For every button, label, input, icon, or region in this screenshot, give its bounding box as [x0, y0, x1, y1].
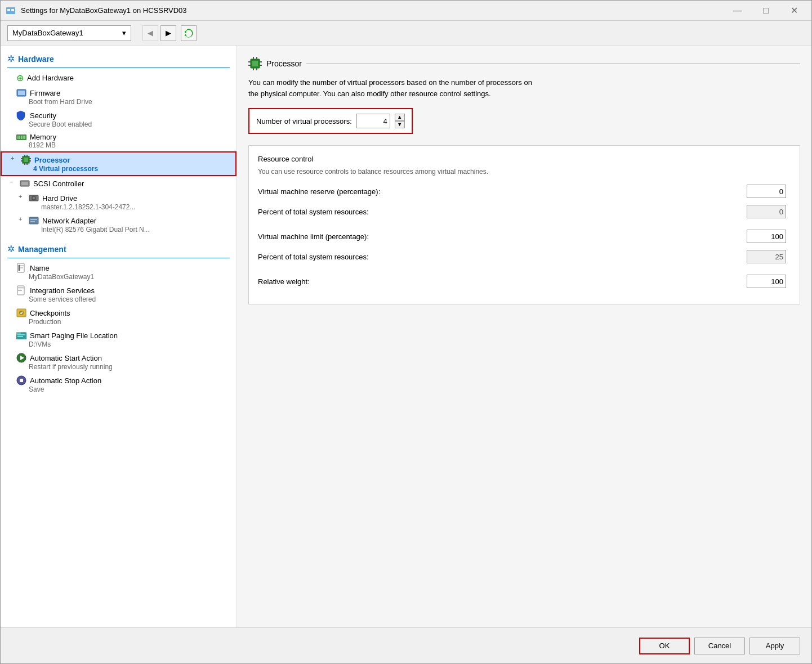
bottom-bar: OK Cancel Apply — [1, 627, 811, 663]
hardware-section-label: Hardware — [18, 55, 54, 64]
sidebar-item-scsi[interactable]: − SCSI Controller — [1, 176, 237, 191]
sidebar-item-autostart[interactable]: Automatic Start Action Restart if previo… — [1, 351, 237, 373]
svg-rect-7 — [19, 136, 20, 139]
resource-control-box: Resource control You can use resource co… — [248, 145, 800, 304]
memory-subtitle: 8192 MB — [16, 141, 230, 149]
minimize-button[interactable]: — — [725, 2, 751, 20]
svg-rect-53 — [248, 61, 251, 62]
ok-button[interactable]: OK — [639, 638, 690, 654]
resource-input-3 — [747, 250, 786, 263]
scsi-expand-icon[interactable]: − — [10, 178, 17, 185]
processor-count-stepper: ▲ ▼ — [395, 114, 405, 128]
sidebar-item-name[interactable]: Name MyDataBoxGateway1 — [1, 261, 237, 283]
svg-rect-18 — [21, 160, 23, 161]
sidebar-item-autostop[interactable]: Automatic Stop Action Save — [1, 373, 237, 396]
nav-forward-button[interactable]: ▶ — [160, 25, 176, 41]
hardware-divider — [7, 68, 230, 68]
resource-input-4[interactable] — [747, 275, 786, 288]
smartpaging-icon — [16, 330, 26, 340]
dropdown-arrow-icon: ▾ — [122, 29, 126, 37]
refresh-icon — [184, 29, 193, 38]
sidebar-item-harddrive[interactable]: + Hard Drive master.1.2.18252.1-304-2472… — [1, 191, 237, 213]
firmware-icon — [16, 88, 26, 98]
sidebar-item-checkpoints[interactable]: Checkpoints Production — [1, 306, 237, 328]
resource-control-title: Resource control — [258, 155, 791, 163]
refresh-button[interactable] — [181, 25, 197, 41]
panel-description: You can modify the number of virtual pro… — [248, 77, 800, 99]
smartpaging-subtitle: D:\VMs — [16, 340, 230, 348]
harddrive-expand-icon[interactable]: + — [19, 193, 26, 200]
network-subtitle: Intel(R) 82576 Gigabit Dual Port N... — [29, 226, 230, 234]
harddrive-icon — [29, 193, 39, 203]
cancel-button[interactable]: Cancel — [694, 638, 745, 654]
svg-rect-51 — [253, 68, 254, 70]
resource-input-2[interactable] — [747, 230, 786, 243]
sidebar-item-network[interactable]: + Network Adapter Intel(R) 82576 Gigabit… — [1, 213, 237, 236]
svg-rect-9 — [23, 136, 24, 139]
settings-window: Settings for MyDataBoxGateway1 on HCSSRV… — [0, 0, 812, 664]
vm-name-text: MyDataBoxGateway1 — [12, 29, 83, 37]
resource-row-3: Percent of total system resources: — [258, 250, 791, 263]
name-title: Name — [16, 263, 230, 273]
svg-rect-35 — [18, 289, 24, 289]
right-panel: Processor You can modify the number of v… — [237, 46, 811, 627]
resource-label-4: Relative weight: — [258, 277, 310, 286]
sidebar: ✲ Hardware ⊕ Add Hardware Firmware — [1, 46, 237, 627]
firmware-subtitle: Boot from Hard Drive — [16, 98, 230, 106]
integration-title: Integration Services — [16, 285, 230, 295]
processor-count-increment[interactable]: ▲ — [395, 114, 405, 121]
main-content: ✲ Hardware ⊕ Add Hardware Firmware — [1, 46, 811, 627]
svg-rect-52 — [256, 68, 257, 70]
sidebar-item-processor[interactable]: + Processor 4 Virtual processors — [1, 151, 237, 176]
sidebar-item-memory[interactable]: Memory 8192 MB — [1, 131, 237, 151]
svg-rect-10 — [24, 136, 25, 139]
svg-rect-32 — [20, 267, 23, 268]
memory-title: Memory — [16, 133, 230, 141]
processor-content: Processor 4 Virtual processors — [21, 155, 229, 173]
checkpoints-icon — [16, 308, 26, 318]
processor-subtitle: 4 Virtual processors — [21, 165, 229, 173]
nav-back-button[interactable]: ◀ — [142, 25, 158, 41]
processor-count-input[interactable] — [356, 114, 390, 128]
sidebar-item-firmware[interactable]: Firmware Boot from Hard Drive — [1, 86, 237, 108]
autostop-title: Automatic Stop Action — [16, 375, 230, 385]
svg-rect-13 — [24, 155, 25, 156]
maximize-button[interactable]: □ — [753, 2, 779, 20]
title-bar: Settings for MyDataBoxGateway1 on HCSSRV… — [1, 1, 811, 21]
resource-input-0[interactable] — [747, 185, 786, 198]
window-title: Settings for MyDataBoxGateway1 on HCSSRV… — [21, 6, 187, 15]
sidebar-item-security[interactable]: Security Secure Boot enabled — [1, 108, 237, 131]
name-icon — [16, 263, 26, 273]
management-section-header[interactable]: ✲ Management — [1, 240, 237, 258]
svg-rect-1 — [7, 9, 10, 11]
apply-button[interactable]: Apply — [749, 638, 800, 654]
processor-count-label: Number of virtual processors: — [256, 117, 352, 125]
add-hardware-title: ⊕ Add Hardware — [16, 73, 230, 83]
sidebar-item-integration[interactable]: Integration Services Some services offer… — [1, 283, 237, 306]
svg-rect-22 — [21, 182, 28, 185]
svg-rect-12 — [24, 158, 28, 162]
panel-title-text: Processor — [266, 59, 302, 68]
processor-count-decrement[interactable]: ▼ — [395, 121, 405, 128]
resource-label-0: Virtual machine reserve (percentage): — [258, 187, 380, 196]
network-expand-icon[interactable]: + — [19, 216, 26, 222]
firmware-title: Firmware — [16, 88, 230, 98]
vm-selector-dropdown[interactable]: MyDataBoxGateway1 ▾ — [7, 25, 131, 41]
scsi-title: SCSI Controller — [20, 178, 230, 189]
svg-rect-42 — [17, 336, 23, 337]
processor-count-section: Number of virtual processors: ▲ ▼ — [248, 108, 800, 134]
processor-expand-icon[interactable]: + — [11, 155, 19, 161]
sidebar-item-smartpaging[interactable]: Smart Paging File Location D:\VMs — [1, 328, 237, 351]
svg-rect-6 — [17, 136, 19, 139]
hardware-section-header[interactable]: ✲ Hardware — [1, 50, 237, 68]
svg-point-25 — [33, 197, 35, 199]
close-button[interactable]: ✕ — [781, 2, 807, 20]
svg-rect-8 — [21, 136, 22, 139]
harddrive-title: Hard Drive — [29, 193, 230, 203]
sidebar-item-add-hardware[interactable]: ⊕ Add Hardware — [1, 70, 237, 86]
scsi-content: SCSI Controller — [20, 178, 230, 189]
svg-rect-50 — [256, 57, 257, 59]
integration-subtitle: Some services offered — [16, 295, 230, 303]
svg-rect-27 — [30, 219, 37, 220]
network-icon — [29, 216, 39, 226]
